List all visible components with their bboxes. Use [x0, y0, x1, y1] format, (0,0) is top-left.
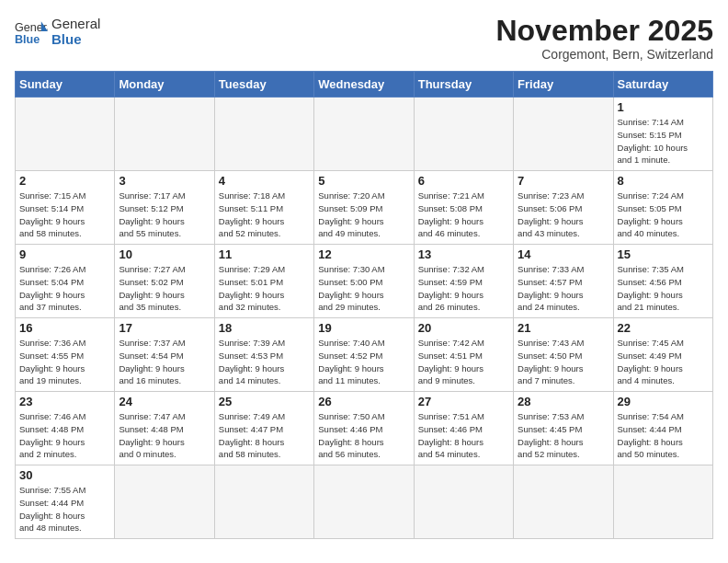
calendar-cell: 1Sunrise: 7:14 AM Sunset: 5:15 PM Daylig… — [613, 98, 712, 171]
calendar-cell: 4Sunrise: 7:18 AM Sunset: 5:11 PM Daylig… — [214, 171, 313, 245]
calendar-cell: 8Sunrise: 7:24 AM Sunset: 5:05 PM Daylig… — [613, 171, 712, 245]
day-header-wednesday: Wednesday — [314, 72, 414, 98]
day-number: 3 — [119, 174, 210, 188]
calendar-cell — [314, 98, 414, 171]
day-number: 9 — [19, 247, 110, 261]
calendar-cell: 14Sunrise: 7:33 AM Sunset: 4:57 PM Dayli… — [514, 245, 613, 318]
day-info: Sunrise: 7:43 AM Sunset: 4:50 PM Dayligh… — [518, 337, 609, 387]
calendar-cell: 18Sunrise: 7:39 AM Sunset: 4:53 PM Dayli… — [214, 318, 313, 392]
day-info: Sunrise: 7:54 AM Sunset: 4:44 PM Dayligh… — [618, 410, 709, 461]
calendar-cell — [514, 465, 613, 539]
calendar-cell — [414, 98, 513, 171]
calendar-cell: 30Sunrise: 7:55 AM Sunset: 4:44 PM Dayli… — [16, 465, 115, 539]
week-row-6: 30Sunrise: 7:55 AM Sunset: 4:44 PM Dayli… — [16, 465, 713, 539]
day-number: 15 — [618, 247, 709, 261]
calendar-cell: 26Sunrise: 7:50 AM Sunset: 4:46 PM Dayli… — [314, 392, 414, 465]
day-info: Sunrise: 7:14 AM Sunset: 5:15 PM Dayligh… — [618, 116, 709, 167]
calendar-cell: 15Sunrise: 7:35 AM Sunset: 4:56 PM Dayli… — [613, 245, 712, 318]
calendar-cell: 10Sunrise: 7:27 AM Sunset: 5:02 PM Dayli… — [115, 245, 214, 318]
day-number: 30 — [19, 468, 110, 482]
calendar-cell: 29Sunrise: 7:54 AM Sunset: 4:44 PM Dayli… — [613, 392, 712, 465]
day-header-tuesday: Tuesday — [214, 72, 313, 98]
day-info: Sunrise: 7:55 AM Sunset: 4:44 PM Dayligh… — [19, 484, 110, 534]
day-number: 19 — [318, 321, 409, 335]
logo: General Blue General Blue — [15, 15, 100, 48]
calendar-cell: 20Sunrise: 7:42 AM Sunset: 4:51 PM Dayli… — [414, 318, 513, 392]
day-number: 20 — [418, 321, 509, 335]
calendar-cell: 7Sunrise: 7:23 AM Sunset: 5:06 PM Daylig… — [514, 171, 613, 245]
day-header-friday: Friday — [514, 72, 613, 98]
day-number: 4 — [219, 174, 310, 188]
day-info: Sunrise: 7:24 AM Sunset: 5:05 PM Dayligh… — [618, 190, 709, 240]
svg-text:Blue: Blue — [15, 33, 40, 46]
week-row-3: 9Sunrise: 7:26 AM Sunset: 5:04 PM Daylig… — [16, 245, 713, 318]
calendar-cell: 16Sunrise: 7:36 AM Sunset: 4:55 PM Dayli… — [16, 318, 115, 392]
logo-icon: General Blue — [15, 15, 48, 48]
day-header-thursday: Thursday — [414, 72, 513, 98]
day-number: 21 — [518, 321, 609, 335]
calendar-cell — [613, 465, 712, 539]
week-row-1: 1Sunrise: 7:14 AM Sunset: 5:15 PM Daylig… — [16, 98, 713, 171]
day-info: Sunrise: 7:39 AM Sunset: 4:53 PM Dayligh… — [219, 337, 310, 387]
calendar-cell: 25Sunrise: 7:49 AM Sunset: 4:47 PM Dayli… — [214, 392, 313, 465]
calendar-cell — [514, 98, 613, 171]
calendar-cell: 6Sunrise: 7:21 AM Sunset: 5:08 PM Daylig… — [414, 171, 513, 245]
calendar-cell: 22Sunrise: 7:45 AM Sunset: 4:49 PM Dayli… — [613, 318, 712, 392]
day-number: 16 — [19, 321, 110, 335]
day-info: Sunrise: 7:33 AM Sunset: 4:57 PM Dayligh… — [518, 263, 609, 314]
calendar-cell: 19Sunrise: 7:40 AM Sunset: 4:52 PM Dayli… — [314, 318, 414, 392]
calendar: SundayMondayTuesdayWednesdayThursdayFrid… — [15, 71, 713, 539]
calendar-cell — [115, 465, 214, 539]
calendar-cell: 12Sunrise: 7:30 AM Sunset: 5:00 PM Dayli… — [314, 245, 414, 318]
calendar-cell: 9Sunrise: 7:26 AM Sunset: 5:04 PM Daylig… — [16, 245, 115, 318]
day-number: 22 — [618, 321, 709, 335]
calendar-cell: 5Sunrise: 7:20 AM Sunset: 5:09 PM Daylig… — [314, 171, 414, 245]
day-info: Sunrise: 7:17 AM Sunset: 5:12 PM Dayligh… — [119, 190, 210, 240]
calendar-cell: 23Sunrise: 7:46 AM Sunset: 4:48 PM Dayli… — [16, 392, 115, 465]
day-number: 10 — [119, 247, 210, 261]
day-info: Sunrise: 7:36 AM Sunset: 4:55 PM Dayligh… — [19, 337, 110, 387]
day-number: 5 — [318, 174, 409, 188]
day-header-sunday: Sunday — [16, 72, 115, 98]
day-info: Sunrise: 7:40 AM Sunset: 4:52 PM Dayligh… — [318, 337, 409, 387]
calendar-cell: 27Sunrise: 7:51 AM Sunset: 4:46 PM Dayli… — [414, 392, 513, 465]
location: Corgemont, Bern, Switzerland — [495, 47, 713, 62]
day-info: Sunrise: 7:37 AM Sunset: 4:54 PM Dayligh… — [119, 337, 210, 387]
title-area: November 2025 Corgemont, Bern, Switzerla… — [495, 15, 713, 62]
day-info: Sunrise: 7:32 AM Sunset: 4:59 PM Dayligh… — [418, 263, 509, 314]
day-number: 8 — [618, 174, 709, 188]
logo-blue-text: Blue — [51, 31, 100, 47]
day-header-monday: Monday — [115, 72, 214, 98]
day-info: Sunrise: 7:15 AM Sunset: 5:14 PM Dayligh… — [19, 190, 110, 240]
calendar-cell: 24Sunrise: 7:47 AM Sunset: 4:48 PM Dayli… — [115, 392, 214, 465]
month-title: November 2025 — [495, 15, 713, 47]
week-row-4: 16Sunrise: 7:36 AM Sunset: 4:55 PM Dayli… — [16, 318, 713, 392]
day-info: Sunrise: 7:30 AM Sunset: 5:00 PM Dayligh… — [318, 263, 409, 314]
day-number: 28 — [518, 395, 609, 408]
day-number: 6 — [418, 174, 509, 188]
day-number: 17 — [119, 321, 210, 335]
day-info: Sunrise: 7:20 AM Sunset: 5:09 PM Dayligh… — [318, 190, 409, 240]
calendar-cell — [16, 98, 115, 171]
calendar-cell — [115, 98, 214, 171]
day-info: Sunrise: 7:42 AM Sunset: 4:51 PM Dayligh… — [418, 337, 509, 387]
day-info: Sunrise: 7:23 AM Sunset: 5:06 PM Dayligh… — [518, 190, 609, 240]
day-info: Sunrise: 7:45 AM Sunset: 4:49 PM Dayligh… — [618, 337, 709, 387]
day-number: 2 — [19, 174, 110, 188]
calendar-cell: 17Sunrise: 7:37 AM Sunset: 4:54 PM Dayli… — [115, 318, 214, 392]
day-header-saturday: Saturday — [613, 72, 712, 98]
calendar-cell — [214, 98, 313, 171]
week-row-2: 2Sunrise: 7:15 AM Sunset: 5:14 PM Daylig… — [16, 171, 713, 245]
calendar-cell: 2Sunrise: 7:15 AM Sunset: 5:14 PM Daylig… — [16, 171, 115, 245]
week-row-5: 23Sunrise: 7:46 AM Sunset: 4:48 PM Dayli… — [16, 392, 713, 465]
day-number: 13 — [418, 247, 509, 261]
day-info: Sunrise: 7:50 AM Sunset: 4:46 PM Dayligh… — [318, 410, 409, 461]
day-info: Sunrise: 7:46 AM Sunset: 4:48 PM Dayligh… — [19, 410, 110, 461]
day-number: 26 — [318, 395, 409, 408]
day-number: 14 — [518, 247, 609, 261]
calendar-header-row: SundayMondayTuesdayWednesdayThursdayFrid… — [16, 72, 713, 98]
day-number: 23 — [19, 395, 110, 408]
day-info: Sunrise: 7:26 AM Sunset: 5:04 PM Dayligh… — [19, 263, 110, 314]
day-info: Sunrise: 7:53 AM Sunset: 4:45 PM Dayligh… — [518, 410, 609, 461]
calendar-cell: 13Sunrise: 7:32 AM Sunset: 4:59 PM Dayli… — [414, 245, 513, 318]
